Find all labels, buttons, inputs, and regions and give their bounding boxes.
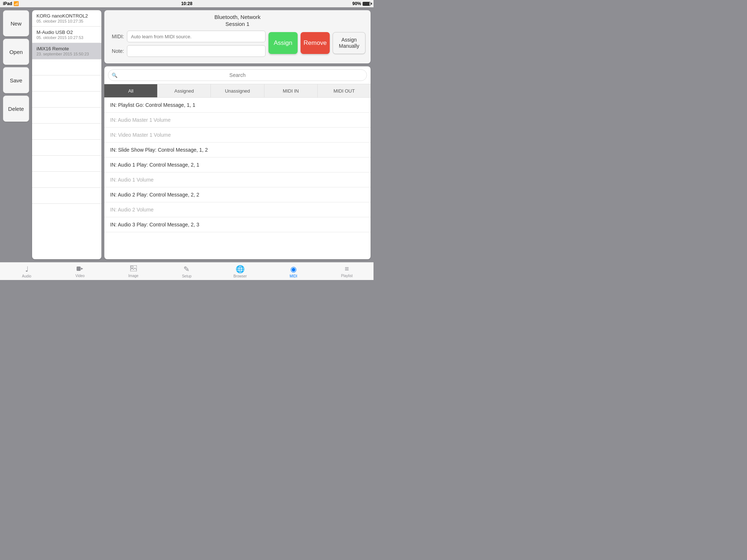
sessions-panel: KORG nanoKONTROL2 05. oktober 2015 10:27… — [32, 10, 101, 259]
tab-midi-out[interactable]: MIDI OUT — [318, 84, 371, 97]
assign-button[interactable]: Assign — [268, 32, 298, 54]
midi-tab-label: MIDI — [290, 274, 297, 278]
playlist-label: Playlist — [341, 274, 353, 278]
midi-item-3[interactable]: IN: Slide Show Play: Control Message, 1,… — [104, 143, 371, 158]
setup-icon: ✎ — [183, 265, 190, 273]
device-label: iPad — [3, 1, 12, 6]
search-wrapper: 🔍 — [108, 69, 367, 81]
midi-item-7[interactable]: IN: Audio 2 Volume — [104, 202, 371, 217]
tab-all[interactable]: All — [104, 84, 158, 97]
svg-marker-1 — [81, 268, 83, 270]
session-item-2[interactable]: iMiX16 Remote 23. september 2015 15:50:2… — [32, 43, 101, 59]
session-date-0: 05. oktober 2015 10:27:35 — [36, 19, 97, 23]
note-label: Note: — [109, 48, 124, 54]
midi-icon: ◉ — [290, 265, 297, 273]
header-card: Bluetooth, Network Session 1 MIDI: Note:… — [104, 10, 371, 63]
right-panel: Bluetooth, Network Session 1 MIDI: Note:… — [104, 10, 371, 259]
svg-rect-0 — [77, 267, 81, 271]
delete-button[interactable]: Delete — [3, 96, 29, 122]
battery-label: 90% — [352, 1, 361, 6]
action-buttons: Assign Remove Assign Manually — [268, 32, 365, 54]
midi-item-0[interactable]: IN: Playlist Go: Control Message, 1, 1 — [104, 98, 371, 113]
session-name-0: KORG nanoKONTROL2 — [36, 13, 97, 19]
session-empty-6 — [32, 156, 101, 172]
assign-manually-button[interactable]: Assign Manually — [333, 32, 365, 54]
tab-midi-in[interactable]: MIDI IN — [264, 84, 318, 97]
tab-video[interactable]: Video — [53, 262, 107, 280]
status-right: 90% — [352, 1, 371, 6]
time-label: 10:28 — [181, 1, 193, 6]
session-item-0[interactable]: KORG nanoKONTROL2 05. oktober 2015 10:27… — [32, 10, 101, 27]
open-button[interactable]: Open — [3, 39, 29, 65]
audio-icon: ♩ — [25, 265, 28, 273]
midi-panel: 🔍 All Assigned Unassigned MIDI IN MIDI O… — [104, 66, 371, 259]
session-date-1: 05. oktober 2015 10:27:53 — [36, 35, 97, 40]
audio-label: Audio — [22, 274, 31, 278]
midi-item-6[interactable]: IN: Audio 2 Play: Control Message, 2, 2 — [104, 187, 371, 202]
tab-image[interactable]: Image — [107, 262, 160, 280]
setup-label: Setup — [182, 274, 191, 278]
midi-list: IN: Playlist Go: Control Message, 1, 1 I… — [104, 98, 371, 259]
image-label: Image — [128, 274, 139, 278]
session-date-2: 23. september 2015 15:50:23 — [36, 52, 97, 56]
search-icon: 🔍 — [112, 73, 117, 78]
sidebar-buttons: New Open Save Delete — [3, 10, 29, 259]
tab-browser[interactable]: 🌐 Browser — [213, 262, 267, 280]
session-empty-5 — [32, 140, 101, 156]
playlist-icon: ≡ — [345, 265, 349, 273]
search-input[interactable] — [108, 69, 367, 81]
session-name-2: iMiX16 Remote — [36, 46, 97, 51]
tab-playlist[interactable]: ≡ Playlist — [320, 262, 374, 280]
video-label: Video — [76, 274, 85, 278]
header-subtitle: Session 1 — [109, 21, 365, 27]
session-empty-3 — [32, 108, 101, 124]
midi-item-8[interactable]: IN: Audio 3 Play: Control Message, 2, 3 — [104, 217, 371, 232]
header-title: Bluetooth, Network — [109, 14, 365, 20]
image-icon — [130, 265, 137, 273]
midi-item-2[interactable]: IN: Video Master 1 Volume — [104, 128, 371, 143]
assign-manually-line2: Manually — [339, 43, 359, 49]
midi-item-1[interactable]: IN: Audio Master 1 Volume — [104, 113, 371, 128]
save-button[interactable]: Save — [3, 67, 29, 93]
tab-unassigned[interactable]: Unassigned — [211, 84, 264, 97]
status-bar: iPad 📶 10:28 90% — [0, 0, 374, 7]
status-left: iPad 📶 — [3, 1, 19, 6]
filter-tabs: All Assigned Unassigned MIDI IN MIDI OUT — [104, 84, 371, 98]
wifi-icon: 📶 — [13, 1, 19, 6]
svg-rect-3 — [131, 266, 133, 268]
session-empty-0 — [32, 59, 101, 75]
session-empty-2 — [32, 92, 101, 108]
tab-midi[interactable]: ◉ MIDI — [267, 262, 320, 280]
tab-setup[interactable]: ✎ Setup — [160, 262, 213, 280]
midi-item-4[interactable]: IN: Audio 1 Play: Control Message, 2, 1 — [104, 158, 371, 172]
session-item-1[interactable]: M-Audio USB O2 05. oktober 2015 10:27:53 — [32, 27, 101, 43]
browser-label: Browser — [233, 274, 247, 278]
browser-icon: 🌐 — [236, 265, 245, 273]
tab-assigned[interactable]: Assigned — [158, 84, 211, 97]
note-input[interactable] — [127, 45, 266, 57]
midi-input[interactable] — [127, 31, 266, 42]
main-layout: New Open Save Delete KORG nanoKONTROL2 0… — [0, 7, 374, 262]
midi-label: MIDI: — [109, 34, 124, 39]
assign-manually-line1: Assign — [341, 37, 357, 43]
session-empty-1 — [32, 75, 101, 92]
session-empty-8 — [32, 188, 101, 204]
session-name-1: M-Audio USB O2 — [36, 30, 97, 35]
session-empty-7 — [32, 172, 101, 188]
remove-button[interactable]: Remove — [301, 32, 330, 54]
midi-row: MIDI: — [109, 31, 266, 42]
new-button[interactable]: New — [3, 10, 29, 36]
video-icon — [77, 265, 83, 273]
tab-audio[interactable]: ♩ Audio — [0, 262, 53, 280]
battery-icon — [363, 2, 371, 6]
session-empty-4 — [32, 124, 101, 140]
tab-bar: ♩ Audio Video Image ✎ Setup 🌐 Browser ◉ … — [0, 262, 374, 280]
note-row: Note: — [109, 45, 266, 57]
search-container: 🔍 — [104, 66, 371, 84]
midi-item-5[interactable]: IN: Audio 1 Volume — [104, 172, 371, 187]
